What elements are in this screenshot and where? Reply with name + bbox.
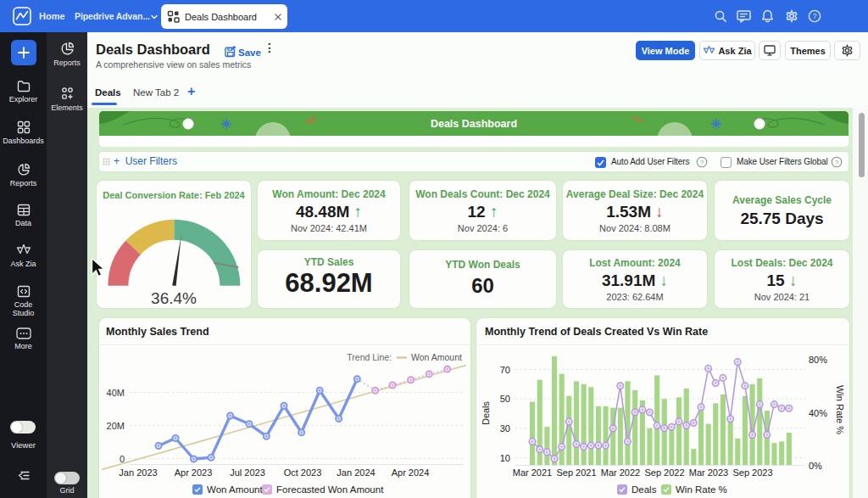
- svg-text:40M: 40M: [107, 388, 125, 398]
- svg-text:20M: 20M: [107, 421, 125, 431]
- svg-text:Jan 2023: Jan 2023: [119, 467, 157, 478]
- svg-text:Forecasted Won Amount: Forecasted Won Amount: [276, 484, 384, 495]
- svg-text:Won Amount: Won Amount: [207, 484, 263, 495]
- svg-text:Win Rate %: Win Rate %: [676, 484, 727, 495]
- svg-text:Jul 2023: Jul 2023: [230, 467, 265, 478]
- svg-text:?: ?: [813, 12, 817, 20]
- svg-text:Apr 2023: Apr 2023: [175, 467, 213, 478]
- svg-text:80%: 80%: [809, 355, 827, 365]
- svg-text:10: 10: [500, 453, 510, 463]
- svg-text:30: 30: [500, 423, 510, 434]
- svg-text:40%: 40%: [809, 408, 827, 418]
- svg-text:Sep 2022: Sep 2022: [644, 467, 684, 478]
- svg-text:Deals: Deals: [481, 400, 491, 425]
- svg-text:Trend Line:: Trend Line:: [347, 352, 392, 362]
- svg-text:?: ?: [835, 159, 838, 166]
- svg-text:?: ?: [700, 159, 704, 166]
- svg-text:Deals Dashboard: Deals Dashboard: [431, 118, 517, 130]
- svg-text:0: 0: [120, 454, 125, 464]
- svg-text:Mar 2023: Mar 2023: [689, 467, 728, 478]
- svg-text:Sep 2021: Sep 2021: [556, 467, 596, 478]
- svg-text:Deals: Deals: [632, 484, 657, 495]
- svg-text:Mar 2021: Mar 2021: [513, 467, 552, 478]
- svg-text:Won Amount: Won Amount: [411, 352, 462, 362]
- svg-text:Mar 2022: Mar 2022: [601, 467, 640, 478]
- svg-text:Win Rate %: Win Rate %: [835, 385, 845, 434]
- svg-text:50: 50: [500, 394, 510, 404]
- svg-text:Apr 2024: Apr 2024: [392, 467, 430, 478]
- svg-text:Jan 2024: Jan 2024: [337, 467, 375, 478]
- svg-text:0%: 0%: [809, 461, 822, 471]
- svg-text:70: 70: [500, 365, 510, 375]
- svg-text:Oct 2023: Oct 2023: [284, 467, 322, 478]
- svg-text:Sep 2023: Sep 2023: [732, 467, 772, 478]
